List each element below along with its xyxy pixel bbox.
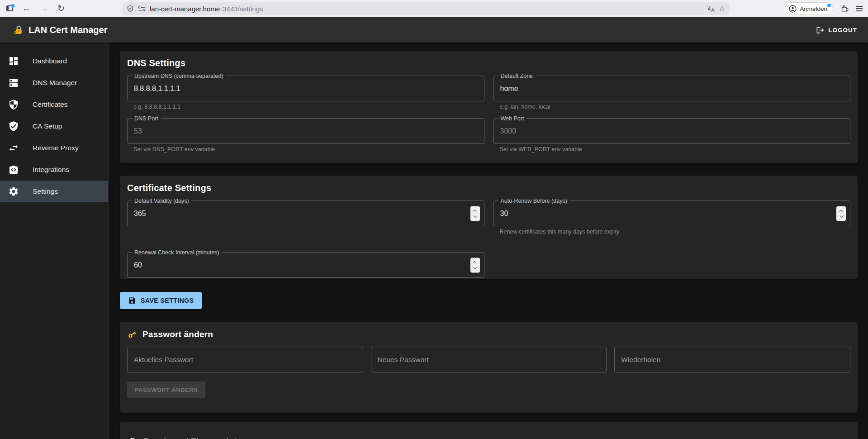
app-title: LAN Cert Manager xyxy=(14,25,107,35)
url-path: :3443/settings xyxy=(221,5,263,13)
dns-port-helper: Set via DNS_PORT env variable xyxy=(133,146,484,153)
fingerprint-icon xyxy=(127,436,138,439)
repeat-password-field[interactable] xyxy=(614,347,850,372)
sidebar-item-dashboard[interactable]: Dashboard xyxy=(0,50,108,72)
account-icon xyxy=(789,5,797,13)
main-content: DNS Settings Upstream DNS (comma-separat… xyxy=(109,43,868,439)
sidebar: Dashboard DNS Manager Certificates CA Se… xyxy=(0,43,109,439)
back-button[interactable]: ← xyxy=(22,4,31,13)
dns-settings-title: DNS Settings xyxy=(127,58,850,68)
upstream-dns-field[interactable]: Upstream DNS (comma-separated) xyxy=(127,76,484,101)
sidebar-item-settings[interactable]: Settings xyxy=(0,181,108,202)
signin-notification-dot xyxy=(827,4,831,7)
number-stepper[interactable] xyxy=(836,206,846,221)
reload-button[interactable]: ↻ xyxy=(57,4,65,13)
signin-button[interactable]: Anmelden xyxy=(785,2,833,15)
number-stepper[interactable] xyxy=(470,258,480,272)
forward-button: → xyxy=(40,4,48,13)
default-validity-input[interactable] xyxy=(128,201,484,226)
certificate-settings-title: Certificate Settings xyxy=(127,183,850,193)
renewal-interval-input[interactable] xyxy=(128,253,484,277)
save-settings-button[interactable]: SAVE SETTINGS xyxy=(120,292,202,309)
dns-port-field: DNS Port xyxy=(127,118,484,144)
sidebar-item-dns-manager[interactable]: DNS Manager xyxy=(0,72,108,94)
menu-hamburger-icon[interactable] xyxy=(856,6,863,11)
extensions-puzzle-icon[interactable] xyxy=(840,5,849,13)
upstream-dns-input[interactable] xyxy=(128,76,484,101)
change-password-title: Passwort ändern xyxy=(127,329,850,339)
default-zone-field[interactable]: Default Zone xyxy=(493,76,851,101)
dashboard-icon xyxy=(8,56,19,67)
default-validity-field[interactable]: Default Validity (days) xyxy=(127,200,484,226)
url-bar[interactable]: lan-cert-manager.home:3443/settings A ☆ xyxy=(122,2,730,15)
web-port-input xyxy=(494,119,850,143)
dns-icon xyxy=(8,77,19,88)
browser-toolbar: ← → ↻ lan-cert-manager.home:3443/setting… xyxy=(0,0,868,17)
dns-settings-panel: DNS Settings Upstream DNS (comma-separat… xyxy=(120,51,858,163)
number-stepper[interactable] xyxy=(470,206,480,221)
logout-icon xyxy=(816,26,825,34)
key-icon xyxy=(125,328,139,342)
change-password-button: PASSWORT ÄNDERN xyxy=(127,382,205,398)
renewal-interval-field[interactable]: Renewal Check Interval (minutes) xyxy=(127,252,484,278)
web-port-field: Web Port xyxy=(493,118,851,144)
sidebar-item-reverse-proxy[interactable]: Reverse Proxy xyxy=(0,137,108,159)
certificate-settings-panel: Certificate Settings Default Validity (d… xyxy=(120,176,858,279)
current-password-field[interactable] xyxy=(127,347,363,372)
default-zone-input[interactable] xyxy=(494,76,850,101)
site-settings-icon[interactable] xyxy=(138,6,146,12)
auto-renew-helper: Renew certificates this many days before… xyxy=(500,229,851,235)
signin-label: Anmelden xyxy=(800,5,827,12)
new-password-field[interactable] xyxy=(371,347,607,372)
swap-arrows-icon xyxy=(8,143,19,153)
current-password-input[interactable] xyxy=(128,347,363,372)
svg-text:A: A xyxy=(711,8,714,12)
new-password-input[interactable] xyxy=(371,347,607,372)
sidebar-item-ca-setup[interactable]: CA Setup xyxy=(0,115,108,137)
shield-check-icon xyxy=(8,121,19,132)
auto-renew-input[interactable] xyxy=(494,201,850,226)
save-icon xyxy=(128,296,136,305)
tab-overview-icon[interactable] xyxy=(6,5,13,11)
dns-port-input xyxy=(128,119,484,143)
translate-icon[interactable]: A xyxy=(707,5,715,12)
app-title-text: LAN Cert Manager xyxy=(28,25,107,35)
bookmark-star-icon[interactable]: ☆ xyxy=(719,5,725,12)
lock-key-icon xyxy=(14,25,24,35)
app-header: LAN Cert Manager LOGOUT xyxy=(0,17,868,43)
repeat-password-input[interactable] xyxy=(615,347,850,372)
auto-renew-field[interactable]: Auto-Renew Before (days) xyxy=(493,200,851,226)
save-settings-label: SAVE SETTINGS xyxy=(141,297,194,304)
passkeys-title: Passkeys / Fingerprint xyxy=(127,436,850,439)
passkeys-panel: Passkeys / Fingerprint xyxy=(120,422,858,439)
shield-icon xyxy=(8,99,19,110)
logout-label: LOGOUT xyxy=(828,27,857,33)
web-port-helper: Set via WEB_PORT env variable xyxy=(500,146,851,153)
change-password-panel: Passwort ändern PASSWORT ÄNDERN xyxy=(120,322,858,413)
shield-permissions-icon[interactable] xyxy=(127,5,134,12)
logout-button[interactable]: LOGOUT xyxy=(816,26,857,34)
default-zone-helper: e.g. lan, home, local xyxy=(500,104,851,110)
url-host: lan-cert-manager.home xyxy=(150,5,220,13)
gear-icon xyxy=(8,186,19,197)
upstream-dns-helper: e.g. 8.8.8.8,1.1.1.1 xyxy=(133,104,484,110)
code-box-icon xyxy=(8,164,19,175)
sidebar-item-integrations[interactable]: Integrations xyxy=(0,159,108,181)
notification-dot xyxy=(11,4,14,8)
sidebar-item-certificates[interactable]: Certificates xyxy=(0,94,108,115)
